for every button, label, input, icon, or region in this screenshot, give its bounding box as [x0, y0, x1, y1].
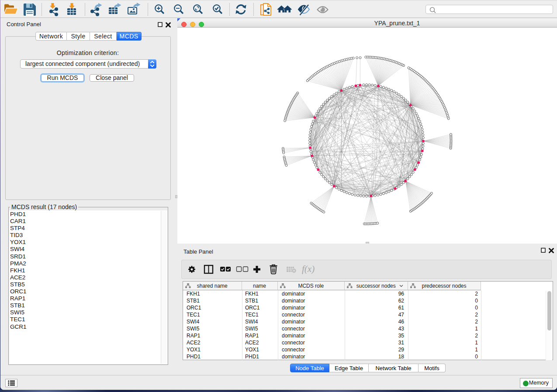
svg-text:f(x): f(x) — [302, 264, 315, 274]
